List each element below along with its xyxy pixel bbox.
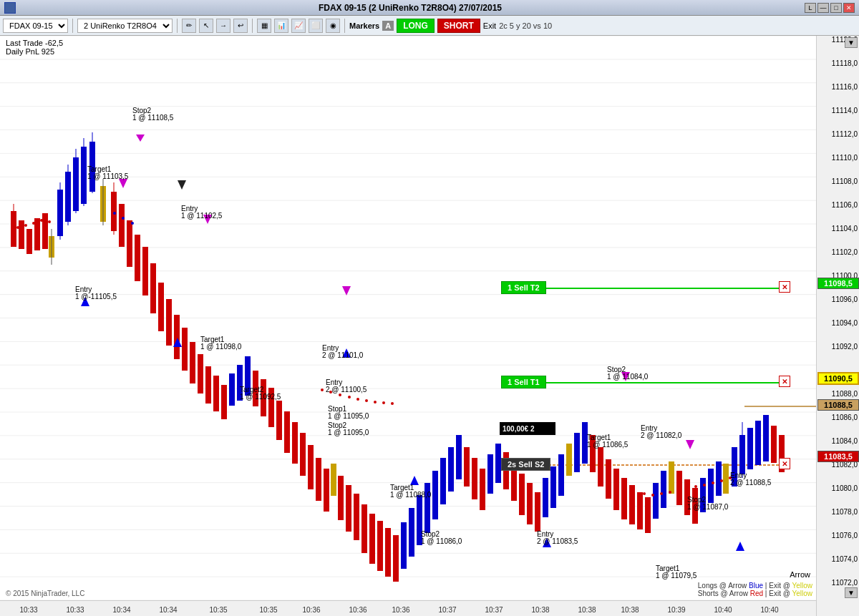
short-button[interactable]: SHORT <box>437 19 480 33</box>
price-11080: 11080,0 <box>832 484 858 492</box>
svg-text:1 @ 11086,0: 1 @ 11086,0 <box>421 537 462 545</box>
price-11108: 11108,0 <box>832 177 858 185</box>
tool5-button[interactable]: ◉ <box>326 19 340 33</box>
svg-rect-122 <box>669 461 674 494</box>
minimize-button[interactable]: — <box>817 3 829 13</box>
svg-rect-65 <box>221 385 227 419</box>
maximize-button[interactable]: □ <box>830 3 842 13</box>
tool2-button[interactable]: 📊 <box>274 19 288 33</box>
app-icon <box>4 2 16 14</box>
svg-rect-80 <box>338 476 344 520</box>
close-t2-button[interactable]: ✕ <box>779 281 790 293</box>
price-11118: 11118,0 <box>832 59 858 67</box>
svg-rect-99 <box>487 454 493 494</box>
svg-rect-32 <box>19 220 24 249</box>
separator-4 <box>344 19 345 33</box>
price-11094: 11094,0 <box>832 319 858 327</box>
svg-point-146 <box>669 491 671 494</box>
close-button[interactable]: ✕ <box>843 3 855 13</box>
svg-rect-136 <box>771 426 777 463</box>
svg-text:2 @ 11088,5: 2 @ 11088,5 <box>730 479 772 487</box>
cursor-button[interactable]: ↖ <box>199 19 213 33</box>
close-s2-button[interactable]: ✕ <box>779 458 790 469</box>
back-button[interactable]: ↩ <box>233 19 248 33</box>
price-11076: 11076,0 <box>832 532 858 539</box>
time-1033a: 10:33 <box>19 606 37 614</box>
svg-point-162 <box>365 399 368 402</box>
price-11114: 11114,0 <box>832 107 858 114</box>
svg-rect-88 <box>401 522 407 569</box>
time-1033b: 10:33 <box>66 606 84 614</box>
svg-rect-54 <box>135 235 140 281</box>
chart-type-select[interactable]: 2 UniRenko T2R8O4 <box>77 19 173 33</box>
svg-rect-108 <box>558 454 564 496</box>
legend-br: Longs @ Arrow Blue | Exit @ Yellow Short… <box>698 582 812 597</box>
separator-3 <box>252 19 253 33</box>
svg-rect-129 <box>723 464 729 494</box>
svg-rect-96 <box>464 447 470 487</box>
svg-rect-84 <box>369 514 375 564</box>
tool3-button[interactable]: 📈 <box>291 19 306 33</box>
svg-rect-106 <box>543 478 548 517</box>
separator-2 <box>177 19 178 33</box>
tool4-button[interactable]: ⬜ <box>309 19 323 33</box>
l-button[interactable]: L <box>805 3 816 13</box>
sell-t1-box[interactable]: 1 Sell T1 <box>501 376 546 388</box>
svg-text:1 @-11105,5: 1 @-11105,5 <box>75 293 117 300</box>
time-1036c: 10:36 <box>392 606 409 614</box>
svg-rect-34 <box>34 218 40 250</box>
pencil-button[interactable]: ✏ <box>182 19 196 33</box>
svg-rect-127 <box>708 469 714 503</box>
price-scroll-up[interactable]: ▼ <box>845 37 858 48</box>
daily-pnl-label: Daily PnL 925 <box>6 47 63 56</box>
time-1034a: 10:34 <box>112 606 130 614</box>
svg-rect-55 <box>142 247 148 295</box>
svg-point-144 <box>651 494 654 497</box>
long-button[interactable]: LONG <box>397 19 435 33</box>
svg-marker-169 <box>342 286 351 295</box>
sell-s2-box[interactable]: 2s Sell S2 <box>501 458 550 471</box>
svg-point-155 <box>122 217 125 220</box>
svg-text:1 @ 11108,5: 1 @ 11108,5 <box>132 114 174 122</box>
svg-point-139 <box>24 224 27 227</box>
time-1036b: 10:36 <box>349 606 367 614</box>
title-bar: FDAX 09-15 (2 UniRenko T2R8O4) 27/07/201… <box>0 0 859 16</box>
a-badge[interactable]: A <box>382 21 394 31</box>
svg-rect-63 <box>205 366 211 404</box>
svg-text:1 @ 11095,0: 1 @ 11095,0 <box>328 429 369 436</box>
svg-rect-77 <box>316 458 321 501</box>
svg-rect-58 <box>166 299 172 346</box>
sell-t2-box[interactable]: 1 Sell T2 <box>501 281 546 294</box>
svg-point-164 <box>382 401 385 404</box>
svg-text:1 @ 11092,5: 1 @ 11092,5 <box>240 393 281 401</box>
svg-text:100,00€  2: 100,00€ 2 <box>503 425 535 433</box>
svg-rect-75 <box>300 433 306 476</box>
time-1036a: 10:36 <box>302 606 320 614</box>
svg-rect-92 <box>432 471 438 519</box>
close-t1-button[interactable]: ✕ <box>779 376 790 387</box>
svg-rect-64 <box>213 376 219 411</box>
toolbar: FDAX 09-15 2 UniRenko T2R8O4 ✏ ↖ → ↩ ▦ 📊… <box>0 16 859 36</box>
svg-rect-74 <box>292 422 298 464</box>
svg-rect-104 <box>527 483 533 524</box>
svg-rect-133 <box>747 428 753 469</box>
svg-point-140 <box>32 222 35 225</box>
chart-svg: Stop2 1 @ 11108,5 Target1 1 @ 11103,5 En… <box>0 36 816 600</box>
svg-point-152 <box>720 479 723 482</box>
svg-rect-53 <box>127 220 132 267</box>
price-scroll-down[interactable]: ▼ <box>845 587 858 598</box>
symbol-select[interactable]: FDAX 09-15 <box>3 19 68 33</box>
svg-text:2 @ 11083,5: 2 @ 11083,5 <box>537 537 578 545</box>
price-box-main: 11088,5 <box>817 399 859 411</box>
price-11106: 11106,0 <box>832 201 858 209</box>
tool1-button[interactable]: ▦ <box>257 19 271 33</box>
strategy-label: 2c 5 y 20 vs 10 <box>499 21 552 30</box>
svg-rect-115 <box>613 469 619 510</box>
svg-text:1 @ 11088,0: 1 @ 11088,0 <box>390 491 432 499</box>
exit-label: Exit <box>483 21 496 30</box>
chart-area[interactable]: Stop2 1 @ 11108,5 Target1 1 @ 11103,5 En… <box>0 36 816 600</box>
time-1038c: 10:38 <box>621 606 639 614</box>
svg-rect-128 <box>716 461 722 496</box>
chart-container: Last Trade -62,5 Daily PnL 925 <box>0 36 859 616</box>
arrow-button[interactable]: → <box>216 19 230 33</box>
